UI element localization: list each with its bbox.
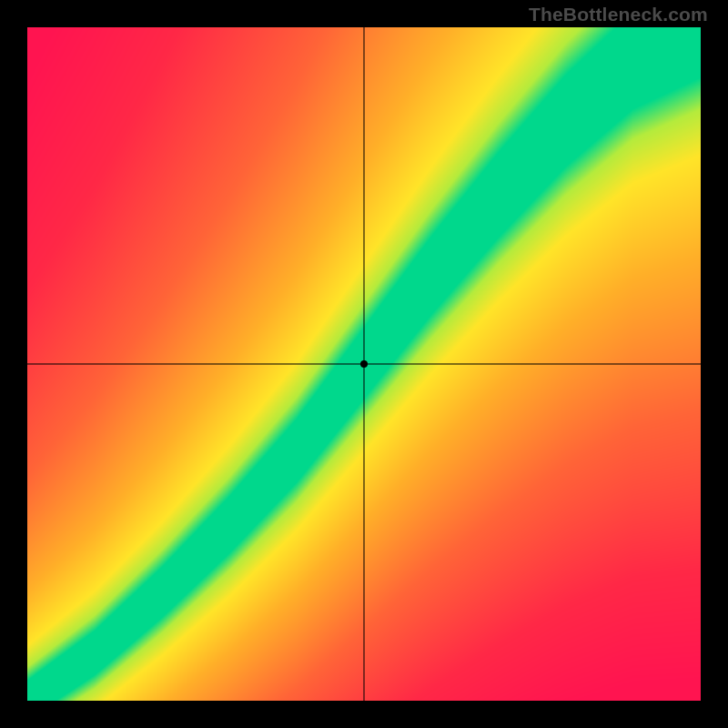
watermark-text: TheBottleneck.com — [529, 4, 708, 25]
center-marker — [360, 360, 368, 368]
heatmap-plot — [27, 27, 701, 701]
